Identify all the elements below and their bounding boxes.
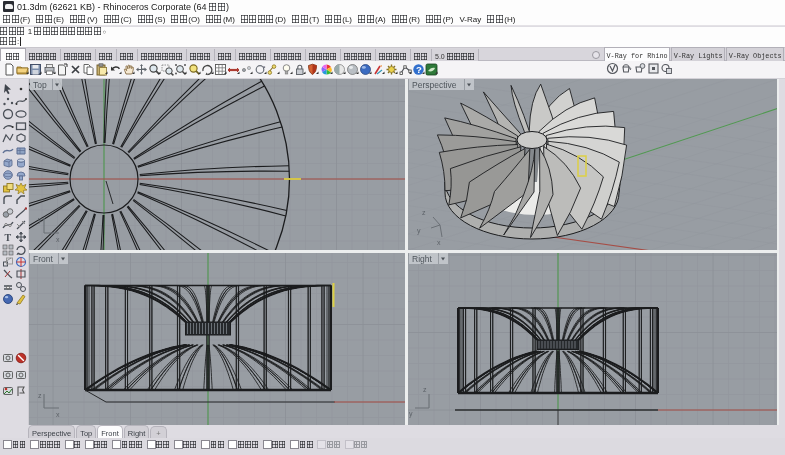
svg-text:z: z xyxy=(422,209,426,216)
svg-text:Perspective: Perspective xyxy=(412,80,457,90)
svg-text:x: x xyxy=(56,236,60,243)
svg-text:Top: Top xyxy=(33,80,47,90)
svg-text:Front: Front xyxy=(33,254,53,264)
svg-text:y: y xyxy=(417,227,421,235)
svg-text:y: y xyxy=(38,216,42,224)
svg-text:z: z xyxy=(38,392,42,399)
svg-text:z: z xyxy=(423,386,427,393)
svg-text:x: x xyxy=(56,411,60,418)
svg-text:T: T xyxy=(5,232,12,243)
svg-text:?: ? xyxy=(416,64,422,75)
svg-text:y: y xyxy=(409,410,413,418)
svg-text:x: x xyxy=(437,239,441,246)
svg-text:Right: Right xyxy=(412,254,432,264)
